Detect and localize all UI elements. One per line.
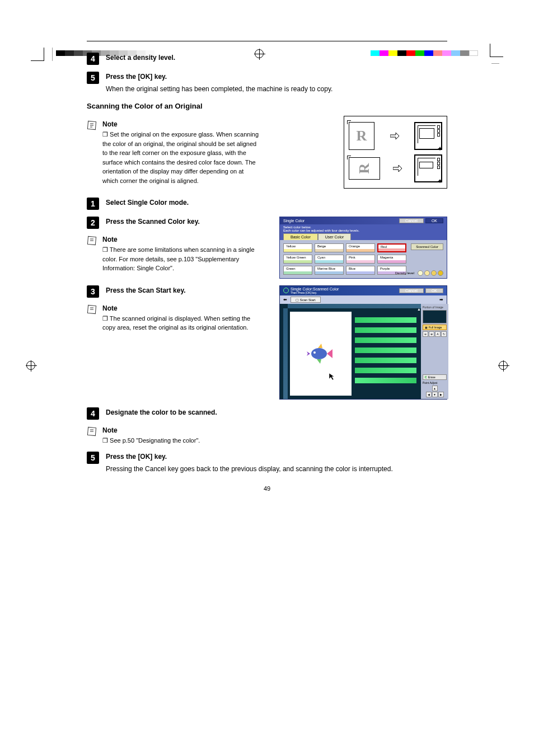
color-option-red[interactable]: Red — [377, 243, 406, 252]
fish-image — [307, 342, 335, 365]
note-2-text: ❒ There are some limitations when scanni… — [102, 245, 260, 273]
arrow-right-icon — [393, 165, 402, 172]
density-level-option[interactable] — [438, 270, 443, 276]
scan-preview-area[interactable]: ▲ — [280, 304, 421, 399]
color-option-yellow-green[interactable]: Yellow Green — [283, 255, 312, 264]
zoom-in-button[interactable]: ⊕ — [429, 331, 434, 337]
erase-button[interactable]: CErase — [423, 374, 447, 380]
note-icon — [87, 236, 97, 246]
arrow-right-icon — [390, 133, 399, 139]
ruler-vertical — [283, 308, 288, 399]
zoom-out-button[interactable]: ⊖ — [423, 331, 428, 337]
note-label: Note — [102, 120, 260, 128]
density-level-label: Density level — [395, 271, 414, 275]
cancel-button[interactable]: Cancel — [399, 218, 424, 223]
svg-point-11 — [313, 351, 316, 354]
step-4-text: Select a density level. — [106, 53, 447, 63]
power-icon — [283, 288, 289, 293]
dialog2-title: Single Color:Scanned Color Then Press [O… — [291, 287, 339, 294]
thumbnail-preview — [423, 310, 447, 323]
scan-step-4-text: Designate the color to be scanned. — [106, 407, 447, 417]
portrait-doc-icon: R — [349, 122, 374, 150]
color-option-beige[interactable]: Beige — [315, 243, 344, 252]
density-level-option[interactable] — [424, 270, 430, 276]
back-arrow-icon[interactable]: ⬅ — [283, 297, 287, 302]
density-level-option[interactable] — [431, 270, 437, 276]
display-icon: ✦ — [414, 122, 442, 150]
scan-step-1-text: Select Single Color mode. — [106, 198, 447, 208]
scan-step-2-text: Press the Scanned Color key. — [106, 217, 260, 227]
cursor-icon — [328, 372, 336, 380]
color-option-marine-blue[interactable]: Marine Blue — [315, 266, 344, 275]
step-number-4-icon: 4 — [87, 407, 99, 420]
display-icon: ✦ — [414, 154, 442, 182]
ok-button[interactable]: OK — [425, 288, 443, 293]
arrow-right-button[interactable]: ▶ — [438, 392, 444, 397]
section-title-scanning: Scanning the Color of an Original — [87, 102, 447, 110]
color-option-pink[interactable]: Pink — [346, 255, 375, 264]
color-bars-preview — [355, 308, 416, 392]
zoom-r-button[interactable]: ↻ — [441, 331, 447, 337]
note-icon — [87, 304, 97, 314]
arrow-up-button[interactable]: ▲ — [432, 386, 438, 391]
zoom-a-button[interactable]: A — [435, 331, 441, 337]
cancel-button[interactable]: Cancel — [399, 288, 424, 293]
note-label: Note — [102, 304, 260, 312]
scan-step-5-text: Press the [OK] key. Pressing the Cancel … — [106, 452, 447, 474]
step-number-4-icon: 4 — [87, 53, 99, 65]
landscape-doc-icon: R — [349, 157, 380, 180]
scanned-color-dialog: Single Color:Scanned Color Then Press [O… — [279, 285, 447, 400]
point-adjust-label: Point Adjust — [423, 381, 447, 384]
original-orientation-diagram: R ✦ R ✦ — [344, 116, 447, 189]
step-number-1-icon: 1 — [87, 198, 99, 210]
note-icon — [87, 120, 97, 130]
full-image-button[interactable]: ▣Full Image — [423, 325, 447, 330]
step-number-5-icon: 5 — [87, 72, 99, 84]
scan-start-button[interactable]: ▢ Scan Start — [291, 297, 321, 303]
scanned-document — [290, 312, 352, 396]
note-label: Note — [102, 426, 200, 434]
tab-basic-color[interactable]: Basic Color — [283, 233, 318, 240]
forward-arrow-icon[interactable]: ➡ — [439, 297, 443, 302]
note-4-text: ❒ See p.50 "Designating the color". — [102, 436, 200, 445]
svg-point-10 — [311, 348, 327, 359]
arrow-left-button[interactable]: ◀ — [426, 392, 432, 397]
color-option-magenta[interactable]: Magenta — [377, 255, 406, 264]
color-option-green[interactable]: Green — [283, 266, 312, 275]
ruler-horizontal — [288, 304, 421, 308]
density-level-option[interactable] — [418, 270, 423, 276]
color-option-orange[interactable]: Orange — [346, 243, 375, 252]
scan-step-3-text: Press the Scan Start key. — [106, 285, 260, 295]
color-option-yellow[interactable]: Yellow — [283, 243, 312, 252]
tab-user-color[interactable]: User Color — [318, 233, 351, 240]
note-icon — [87, 426, 97, 436]
page-number: 49 — [34, 485, 500, 492]
note-label: Note — [102, 236, 260, 243]
color-option-cyan[interactable]: Cyan — [315, 255, 344, 264]
single-color-dialog: Single Color Cancel OK Select color belo… — [279, 217, 447, 279]
step-5-text: Press the [OK] key. When the original se… — [106, 72, 447, 94]
portion-of-image-label: Portion of Image — [423, 306, 447, 309]
color-option-blue[interactable]: Blue — [346, 266, 375, 275]
step-number-3-icon: 3 — [87, 285, 99, 298]
arrow-down-button[interactable]: ▼ — [432, 392, 438, 397]
dialog-title: Single Color — [283, 219, 305, 223]
ok-button[interactable]: OK — [425, 218, 443, 223]
step-number-5-icon: 5 — [87, 452, 99, 464]
scanned-color-button[interactable]: Scanned Color — [411, 243, 443, 250]
note-1-text: ❒ Set the original on the exposure glass… — [102, 130, 260, 185]
note-3-text: ❒ The scanned original is displayed. Whe… — [102, 314, 260, 332]
dialog-subtext: Select color below. Each color can be ad… — [280, 224, 447, 233]
step-number-2-icon: 2 — [87, 217, 99, 229]
